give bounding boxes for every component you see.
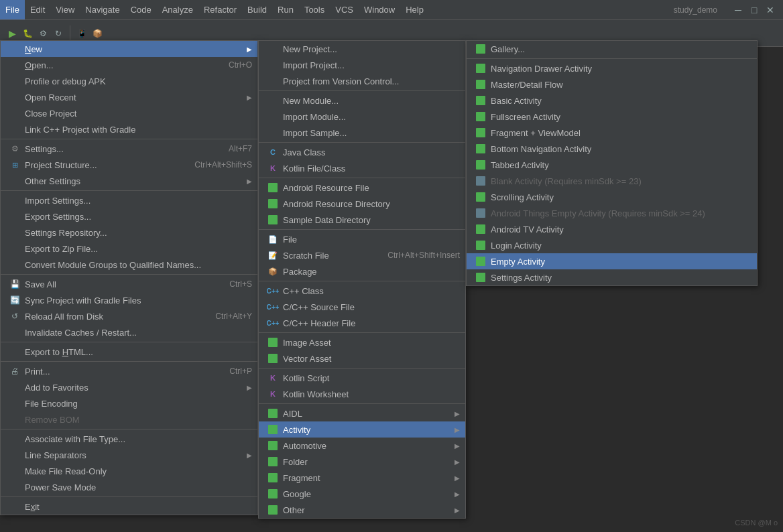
menu-file[interactable]: File [0,0,25,19]
vector-asset-icon [267,352,279,364]
menu-invalidate[interactable]: Invalidate Caches / Restart... [1,324,257,340]
menu-code[interactable]: Code [125,0,157,19]
menu-cpp-header[interactable]: C++ C/C++ Header File [259,315,465,331]
menu-cpp-source[interactable]: C++ C/C++ Source File [259,299,465,315]
sync-icon[interactable]: ↻ [52,27,65,40]
maximize-button[interactable]: □ [747,3,762,17]
menu-convert-module[interactable]: Convert Module Groups to Qualified Names… [1,257,257,273]
menu-automotive[interactable]: Automotive ▶ [259,438,465,454]
menu-export-zip[interactable]: Export to Zip File... [1,241,257,257]
menu-gallery[interactable]: Gallery... [467,41,757,57]
menu-export-html[interactable]: Export to HTML... [1,344,257,360]
menu-tools[interactable]: Tools [299,0,330,19]
menu-aidl[interactable]: AIDL ▶ [259,405,465,421]
build-icon[interactable]: ⚙ [36,27,50,40]
menu-master-detail[interactable]: Master/Detail Flow [467,76,757,92]
menu-vcs[interactable]: VCS [330,0,359,19]
menu-kotlin-worksheet[interactable]: K Kotlin Worksheet [259,386,465,402]
menu-analyze[interactable]: Analyze [157,0,198,19]
menu-new-project[interactable]: New Project... [259,41,465,57]
menu-reload-disk[interactable]: ↺ Reload All from Disk Ctrl+Alt+Y [1,308,257,324]
menu-refactor[interactable]: Refactor [198,0,242,19]
menu-image-asset[interactable]: Image Asset [259,334,465,350]
menu-project-vcs[interactable]: Project from Version Control... [259,73,465,89]
basic-activity-icon [475,94,487,107]
sdk-icon[interactable]: 📦 [91,27,104,40]
menu-package[interactable]: 📦 Package [259,263,465,279]
menu-line-separators[interactable]: Line Separators ▶ [1,447,257,463]
menu-bottom-nav[interactable]: Bottom Navigation Activity [467,141,757,157]
menu-export-settings[interactable]: Export Settings... [1,208,257,224]
activity-icon [267,423,279,436]
menu-fragment-viewmodel[interactable]: Fragment + ViewModel [467,125,757,141]
avd-icon[interactable]: 📱 [75,27,88,40]
menu-basic-activity[interactable]: Basic Activity [467,92,757,109]
menu-run[interactable]: Run [272,0,299,19]
menu-navigate[interactable]: Navigate [80,0,125,19]
menu-close-project[interactable]: Close Project [1,105,257,121]
scratch-icon: 📝 [267,249,279,261]
menu-import-module[interactable]: Import Module... [259,109,465,125]
menu-sample-data-dir[interactable]: Sample Data Directory [259,212,465,228]
automotive-icon [267,440,279,452]
close-button[interactable]: ✕ [763,3,778,17]
menu-exit[interactable]: Exit [1,498,257,515]
menu-sync-gradle[interactable]: 🔄 Sync Project with Gradle Files [1,292,257,308]
menu-scratch-file[interactable]: 📝 Scratch File Ctrl+Alt+Shift+Insert [259,247,465,263]
menu-fullscreen[interactable]: Fullscreen Activity [467,109,757,125]
menu-tabbed[interactable]: Tabbed Activity [467,157,757,173]
menu-cpp-class[interactable]: C++ C++ Class [259,283,465,299]
menu-scrolling[interactable]: Scrolling Activity [467,189,757,205]
menu-nav-drawer[interactable]: Navigation Drawer Activity [467,60,757,76]
menu-kotlin-file[interactable]: K Kotlin File/Class [259,160,465,176]
menu-other[interactable]: Other ▶ [259,502,465,518]
menu-fragment[interactable]: Fragment ▶ [259,470,465,486]
menu-power-save[interactable]: Power Save Mode [1,479,257,495]
menu-new[interactable]: New ▶ [1,41,257,57]
menu-google[interactable]: Google ▶ [259,486,465,502]
menu-android-resource-dir[interactable]: Android Resource Directory [259,196,465,212]
menu-activity[interactable]: Activity ▶ [259,421,465,438]
settings-activity-icon [475,271,487,283]
menu-empty-activity[interactable]: Empty Activity [467,253,757,269]
menu-new-module[interactable]: New Module... [259,92,465,109]
menu-open-recent[interactable]: Open Recent ▶ [1,89,257,105]
menu-folder[interactable]: Folder ▶ [259,454,465,470]
menu-edit[interactable]: Edit [25,0,50,19]
menu-android-tv[interactable]: Android TV Activity [467,221,757,237]
menu-settings-repo[interactable]: Settings Repository... [1,224,257,241]
menu-import-settings[interactable]: Import Settings... [1,192,257,208]
resource-dir-icon [267,198,279,210]
menu-android-resource-file[interactable]: Android Resource File [259,180,465,196]
menu-save-all[interactable]: 💾 Save All Ctrl+S [1,276,257,292]
menu-java-class[interactable]: C Java Class [259,144,465,160]
run-icon[interactable]: ▶ [5,27,19,40]
menu-link-cpp[interactable]: Link C++ Project with Gradle [1,121,257,137]
menu-view[interactable]: View [50,0,80,19]
menu-build[interactable]: Build [242,0,272,19]
menu-file-encoding[interactable]: File Encoding [1,395,257,411]
debug-icon[interactable]: 🐛 [21,27,34,40]
menu-kotlin-script[interactable]: K Kotlin Script [259,370,465,386]
menu-settings[interactable]: ⚙ Settings... Alt+F7 [1,141,257,157]
menu-vector-asset[interactable]: Vector Asset [259,350,465,367]
menu-settings-activity[interactable]: Settings Activity [467,269,757,285]
menu-add-favorites[interactable]: Add to Favorites ▶ [1,379,257,395]
minimize-button[interactable]: ─ [731,3,745,17]
menu-associate-file[interactable]: Associate with File Type... [1,431,257,447]
menu-open[interactable]: Open... Ctrl+O [1,57,257,73]
sep-l2-5 [259,281,465,281]
menu-file[interactable]: 📄 File [259,231,465,247]
settings-repo-icon [9,226,21,239]
menu-other-settings[interactable]: Other Settings ▶ [1,173,257,189]
menu-import-sample[interactable]: Import Sample... [259,125,465,141]
menu-login[interactable]: Login Activity [467,237,757,253]
menu-import-project[interactable]: Import Project... [259,57,465,73]
menu-profile-apk[interactable]: Profile or debug APK [1,73,257,89]
arrow-icon: ▶ [247,46,252,53]
menu-print[interactable]: 🖨 Print... Ctrl+P [1,363,257,379]
menu-help[interactable]: Help [400,0,429,19]
menu-make-read-only[interactable]: Make File Read-Only [1,463,257,479]
menu-window[interactable]: Window [359,0,400,19]
menu-project-structure[interactable]: ⊞ Project Structure... Ctrl+Alt+Shift+S [1,157,257,173]
